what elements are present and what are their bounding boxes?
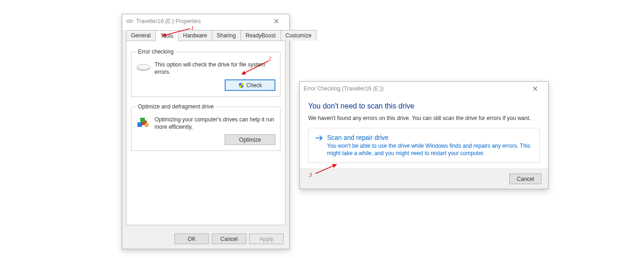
- tab-customize[interactable]: Customize: [280, 30, 317, 41]
- cancel-button[interactable]: Cancel: [212, 234, 246, 244]
- tab-general[interactable]: General: [126, 30, 156, 41]
- svg-point-2: [137, 64, 150, 70]
- error-checking-legend: Error checking: [136, 48, 175, 55]
- close-icon[interactable]: [526, 82, 544, 95]
- ec-heading: You don't need to scan this drive: [308, 102, 540, 110]
- ok-button[interactable]: OK: [174, 234, 209, 244]
- tab-hardware[interactable]: Hardware: [178, 30, 212, 41]
- scan-repair-option[interactable]: Scan and repair drive You won't be able …: [308, 128, 540, 163]
- check-button-label: Check: [246, 82, 262, 89]
- close-icon[interactable]: [267, 15, 286, 28]
- properties-title: Traveller16 (E:) Properties: [136, 18, 267, 24]
- annotation-label-1: 1: [191, 25, 194, 32]
- apply-label: Apply: [259, 236, 273, 242]
- ec-title: Error Checking (Traveller16 (E:)): [304, 85, 526, 92]
- tabs: General Tools Hardware Sharing ReadyBoos…: [126, 30, 286, 41]
- ec-text: We haven't found any errors on this driv…: [308, 115, 540, 121]
- check-button[interactable]: Check: [225, 79, 275, 91]
- ec-titlebar: Error Checking (Traveller16 (E:)): [300, 82, 548, 96]
- ec-bottom-bar: Cancel: [300, 168, 548, 189]
- optimize-text: Optimizing your computer's drives can he…: [155, 115, 275, 131]
- apply-button[interactable]: Apply: [249, 234, 284, 244]
- drive-large-icon: [136, 60, 151, 75]
- cancel-label: Cancel: [221, 236, 238, 242]
- drive-icon: [126, 18, 133, 25]
- defrag-icon: [136, 115, 151, 130]
- annotation-label-2: 2: [268, 55, 271, 62]
- tab-readyboost[interactable]: ReadyBoost: [240, 30, 280, 41]
- ec-body: You don't need to scan this drive We hav…: [300, 96, 548, 168]
- shield-icon: [238, 82, 244, 89]
- svg-rect-6: [145, 123, 149, 127]
- ok-label: OK: [188, 236, 196, 242]
- error-checking-text: This option will check the drive for fil…: [155, 60, 275, 76]
- svg-rect-5: [140, 118, 145, 122]
- properties-titlebar: Traveller16 (E:) Properties: [122, 14, 289, 28]
- optimize-button[interactable]: Optimize: [225, 134, 275, 145]
- arrow-right-icon: [315, 134, 327, 143]
- properties-body: General Tools Hardware Sharing ReadyBoos…: [122, 30, 289, 229]
- optimize-button-label: Optimize: [239, 137, 261, 143]
- annotation-label-3: 3: [309, 172, 312, 179]
- ec-cancel-label: Cancel: [517, 176, 534, 182]
- tab-tools[interactable]: Tools: [155, 30, 179, 41]
- properties-bottom-bar: OK Cancel Apply: [122, 229, 289, 249]
- tab-content: Error checking This option will check th…: [126, 41, 286, 225]
- scan-repair-label: Scan and repair drive: [327, 134, 533, 141]
- error-checking-dialog: Error Checking (Traveller16 (E:)) You do…: [299, 81, 549, 189]
- optimize-group: Optimize and defragment drive Optimizing…: [131, 103, 280, 151]
- optimize-legend: Optimize and defragment drive: [136, 103, 215, 110]
- properties-window: Traveller16 (E:) Properties General Tool…: [122, 14, 290, 249]
- scan-repair-desc: You won't be able to use the drive while…: [327, 143, 533, 157]
- svg-rect-3: [137, 122, 142, 127]
- tab-sharing[interactable]: Sharing: [212, 30, 241, 41]
- error-checking-group: Error checking This option will check th…: [131, 48, 280, 97]
- svg-point-0: [126, 20, 133, 23]
- ec-cancel-button[interactable]: Cancel: [509, 174, 542, 184]
